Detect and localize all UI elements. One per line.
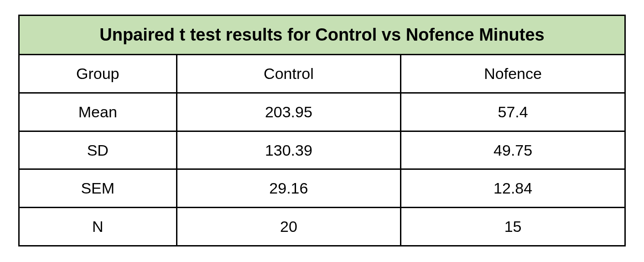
table-row: Mean 203.95 57.4	[19, 93, 625, 131]
row-label: Mean	[19, 93, 177, 131]
table-header-row: Group Control Nofence	[19, 55, 625, 93]
table-row: N 20 15	[19, 208, 625, 246]
cell-control-mean: 203.95	[177, 93, 401, 131]
cell-nofence-mean: 57.4	[401, 93, 625, 131]
cell-nofence-sd: 49.75	[401, 131, 625, 169]
column-header-nofence: Nofence	[401, 55, 625, 93]
column-header-group: Group	[19, 55, 177, 93]
ttest-results-table: Unpaired t test results for Control vs N…	[18, 15, 626, 246]
row-label: N	[19, 208, 177, 246]
table-title-row: Unpaired t test results for Control vs N…	[19, 16, 625, 55]
table-row: SEM 29.16 12.84	[19, 169, 625, 208]
table-row: SD 130.39 49.75	[19, 131, 625, 169]
cell-control-sem: 29.16	[177, 169, 401, 208]
cell-nofence-sem: 12.84	[401, 169, 625, 208]
cell-control-n: 20	[177, 208, 401, 246]
cell-control-sd: 130.39	[177, 131, 401, 169]
column-header-control: Control	[177, 55, 401, 93]
cell-nofence-n: 15	[401, 208, 625, 246]
table-title: Unpaired t test results for Control vs N…	[19, 16, 625, 55]
row-label: SD	[19, 131, 177, 169]
row-label: SEM	[19, 169, 177, 208]
